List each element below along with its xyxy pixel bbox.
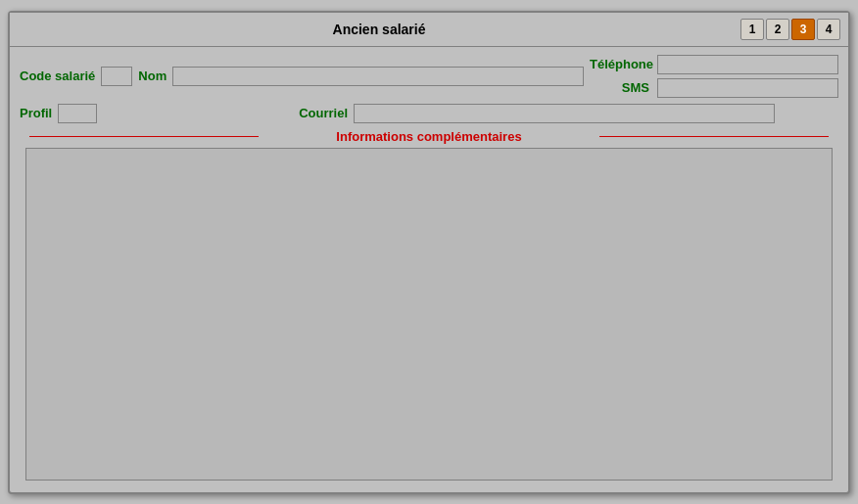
tab-2[interactable]: 2 [766, 19, 789, 40]
form-area: Code salarié Nom Téléphone SMS Profil Co… [10, 47, 848, 492]
tab-4[interactable]: 4 [817, 19, 840, 40]
code-salarie-input[interactable] [101, 67, 132, 86]
window-title: Ancien salarié [18, 22, 740, 37]
tab-3[interactable]: 3 [791, 19, 815, 40]
title-bar: Ancien salarié 1 2 3 4 [10, 13, 848, 47]
section-title: Informations complémentaires [20, 129, 838, 144]
code-salarie-label: Code salarié [20, 69, 95, 83]
main-window: Ancien salarié 1 2 3 4 Code salarié Nom … [8, 11, 850, 494]
tab-1[interactable]: 1 [740, 19, 764, 40]
courriel-label: Courriel [299, 106, 348, 120]
courriel-input[interactable] [354, 104, 775, 123]
tab-buttons: 1 2 3 4 [740, 19, 840, 40]
telephone-label: Téléphone [590, 57, 653, 71]
sms-label: SMS [622, 80, 653, 95]
telephone-row: Téléphone [590, 55, 838, 74]
sms-input[interactable] [657, 78, 838, 98]
info-panel [25, 148, 833, 481]
profil-input[interactable] [58, 104, 97, 123]
nom-label: Nom [138, 69, 167, 83]
telephone-sms-block: Téléphone SMS [590, 55, 838, 98]
profil-label: Profil [20, 106, 52, 120]
form-row-1: Code salarié Nom Téléphone SMS [20, 55, 838, 98]
nom-input[interactable] [172, 67, 584, 86]
sms-row: SMS [590, 78, 838, 98]
telephone-input[interactable] [657, 55, 838, 74]
form-row-2: Profil Courriel [20, 104, 838, 123]
